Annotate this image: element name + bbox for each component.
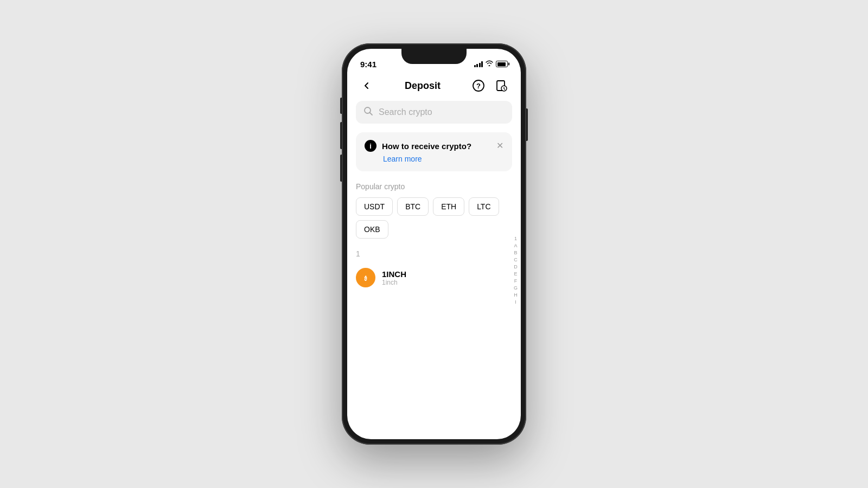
crypto-chips: USDT BTC ETH LTC OKB — [356, 197, 512, 239]
search-bar[interactable]: Search crypto — [356, 101, 512, 124]
chip-eth[interactable]: ETH — [433, 197, 464, 216]
list-item-sub: 1inch — [382, 279, 406, 286]
nav-actions: ? — [470, 77, 510, 94]
close-button[interactable]: ✕ — [496, 142, 503, 150]
chip-okb[interactable]: OKB — [356, 220, 388, 239]
chip-usdt[interactable]: USDT — [356, 197, 393, 216]
search-icon — [363, 106, 373, 118]
alpha-c[interactable]: C — [513, 256, 519, 263]
history-button[interactable] — [493, 77, 510, 94]
battery-icon — [496, 61, 508, 67]
crypto-icon-1inch: ₿ — [356, 268, 375, 287]
alpha-a[interactable]: A — [513, 242, 519, 249]
alpha-i[interactable]: I — [513, 299, 519, 305]
status-time: 9:41 — [360, 60, 376, 69]
chip-ltc[interactable]: LTC — [469, 197, 499, 216]
info-card-header: i How to receive crypto? ✕ — [365, 140, 503, 152]
alpha-b[interactable]: B — [513, 249, 519, 256]
list-section-label: 1 — [356, 249, 512, 258]
popular-section-label: Popular crypto — [356, 182, 512, 191]
alpha-f[interactable]: F — [513, 278, 519, 284]
chip-btc[interactable]: BTC — [397, 197, 429, 216]
signal-icon — [474, 61, 483, 67]
list-item-info: 1INCH 1inch — [382, 269, 406, 286]
nav-bar: Deposit ? — [347, 73, 521, 101]
alpha-1[interactable]: 1 — [513, 235, 519, 242]
learn-more-link[interactable]: Learn more — [383, 155, 422, 163]
info-card-title: How to receive crypto? — [382, 142, 491, 151]
info-icon: i — [365, 140, 376, 152]
svg-text:₿: ₿ — [364, 275, 367, 281]
list-item[interactable]: ₿ 1INCH 1inch — [356, 264, 512, 292]
notch — [401, 49, 467, 64]
wifi-icon — [486, 60, 493, 68]
search-input[interactable]: Search crypto — [379, 107, 505, 117]
status-icons — [474, 60, 508, 68]
svg-text:?: ? — [476, 82, 481, 90]
page-title: Deposit — [405, 80, 441, 92]
alpha-g[interactable]: G — [513, 285, 519, 291]
phone-wrapper: 9:41 — [342, 43, 526, 445]
info-card: i How to receive crypto? ✕ Learn more — [356, 132, 512, 171]
alpha-e[interactable]: E — [513, 271, 519, 277]
help-button[interactable]: ? — [470, 77, 487, 94]
screen-content: Search crypto i How to receive crypto? ✕… — [347, 101, 521, 439]
phone-screen: 9:41 — [347, 49, 521, 439]
back-button[interactable] — [358, 77, 375, 94]
alpha-d[interactable]: D — [513, 264, 519, 270]
alpha-h[interactable]: H — [513, 292, 519, 298]
alphabet-index: 1 A B C D E F G H I — [513, 101, 519, 439]
list-item-name: 1INCH — [382, 269, 406, 279]
